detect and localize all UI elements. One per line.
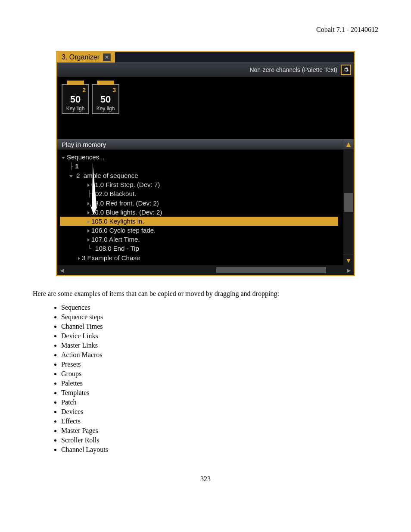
scroll-track[interactable]: [68, 267, 342, 273]
list-item: Channel Layouts: [61, 445, 378, 454]
close-icon[interactable]: ✕: [103, 53, 111, 61]
sequence-tree: Sequences... ├ 1 2 ample of sequence 01.…: [57, 150, 354, 265]
tree-label: 3 Example of Chase: [82, 254, 140, 261]
intro-paragraph: Here are some examples of items that can…: [33, 290, 378, 298]
list-item: Palettes: [61, 379, 378, 388]
channel-value: 50: [62, 93, 88, 106]
tree-label: 107.0 Alert Time.: [91, 236, 140, 243]
scroll-left-icon[interactable]: ◄: [58, 266, 66, 274]
tree-label: 01.0 First Step. (Dev: 7): [91, 181, 160, 188]
chevron-down-icon[interactable]: [62, 157, 65, 159]
chevron-right-icon[interactable]: [87, 202, 90, 205]
tree-branch-icon: ├: [69, 162, 73, 170]
view-mode-label: Non-zero channels (Palette Text): [249, 66, 337, 73]
tree-step[interactable]: 107.0 Alert Time.: [60, 235, 354, 244]
tree-label-pre: 10: [91, 208, 99, 216]
channel-cell[interactable]: 3 50 Key ligh: [92, 84, 119, 114]
tree-step[interactable]: ├ 02.0 Blackout.: [60, 189, 354, 199]
list-item: Device Links: [61, 331, 378, 341]
list-item: Channel Times: [61, 322, 378, 331]
list-item: Master Pages: [61, 426, 378, 436]
list-item: Patch: [61, 398, 378, 407]
channel-number: 3: [93, 87, 118, 93]
page-number: 323: [33, 475, 378, 483]
chevron-right-icon[interactable]: [78, 257, 80, 260]
channel-value: 50: [93, 93, 118, 106]
channel-label: Key ligh: [62, 106, 88, 112]
list-item: Presets: [61, 360, 378, 369]
tree-label: ample of sequence: [84, 172, 138, 179]
list-item: Scroller Rolls: [61, 436, 378, 445]
channel-label: Key ligh: [93, 106, 118, 112]
tree-branch-icon: └: [87, 245, 95, 252]
tree-label: 105.0 Keylights in.: [91, 218, 144, 225]
scroll-right-icon[interactable]: ►: [345, 266, 353, 274]
channel-grid: 2 50 Key ligh 3 50 Key ligh: [57, 77, 354, 139]
section-label: Play in memory: [62, 141, 106, 148]
chevron-down-icon[interactable]: [69, 175, 73, 177]
tree-step[interactable]: 106.0 Cyclo step fade.: [60, 226, 354, 235]
tree-step[interactable]: 01.0 First Step. (Dev: 7): [60, 180, 354, 189]
chevron-right-icon[interactable]: [87, 184, 90, 187]
list-item: Devices: [61, 407, 378, 417]
chevron-right-icon[interactable]: [87, 238, 90, 242]
tree-label: Sequences...: [67, 153, 105, 161]
gear-icon[interactable]: [341, 65, 351, 75]
tree-step[interactable]: 10.0 Blue lights. (Dev: 2): [60, 208, 354, 217]
vertical-scrollbar[interactable]: ▼: [343, 150, 354, 265]
list-item: Master Links: [61, 341, 378, 350]
tree-node-seq2[interactable]: 2 ample of sequence: [60, 171, 354, 180]
list-item: Effects: [61, 417, 378, 426]
tree-branch-icon: ├: [87, 190, 95, 198]
tree-step[interactable]: └ 108.0 End - Tip: [60, 244, 354, 253]
tree-label: 02.0 Blackout.: [95, 190, 136, 197]
tab-bar: 3. Organizer ✕: [57, 52, 354, 62]
scroll-up-icon[interactable]: ▲: [343, 140, 354, 149]
list-item: Templates: [61, 388, 378, 398]
chevron-right-icon[interactable]: [87, 211, 90, 215]
tree-label: 106.0 Cyclo step fade.: [91, 227, 156, 234]
tree-step[interactable]: 13.0 Red front. (Dev: 2): [60, 199, 354, 208]
tree-label: 1: [75, 162, 78, 170]
tree-node-seq3[interactable]: 3 Example of Chase: [60, 253, 354, 262]
tree-label: 108.0 End - Tip: [95, 245, 139, 252]
scroll-down-icon[interactable]: ▼: [343, 255, 354, 265]
channel-cell[interactable]: 2 50 Key ligh: [62, 84, 89, 114]
tree-step-selected[interactable]: 105.0 Keylights in.: [60, 217, 338, 226]
scroll-thumb[interactable]: [216, 267, 326, 273]
list-item: Sequence steps: [61, 312, 378, 322]
tree-label: 3.0 Red front. (Dev: 2): [95, 199, 159, 207]
list-item: Action Macros: [61, 350, 378, 360]
tree-label: 2: [76, 172, 80, 179]
horizontal-scrollbar[interactable]: ◄ ►: [57, 265, 354, 275]
tree-label: .0 Blue lights. (Dev: 2): [99, 208, 162, 216]
doc-header: Cobalt 7.1 - 20140612: [33, 26, 378, 34]
tree-node-seq1[interactable]: ├ 1: [60, 162, 354, 171]
tree-node-sequences[interactable]: Sequences...: [60, 152, 354, 162]
channel-number: 2: [62, 87, 88, 93]
chevron-right-icon[interactable]: [87, 220, 90, 224]
scroll-thumb[interactable]: [344, 193, 353, 212]
organizer-screenshot: 3. Organizer ✕ Non-zero channels (Palett…: [56, 51, 355, 276]
section-play-in-memory[interactable]: Play in memory ▲: [57, 139, 354, 150]
chevron-right-icon[interactable]: [87, 229, 90, 233]
tab-organizer[interactable]: 3. Organizer ✕: [57, 52, 115, 62]
tab-label: 3. Organizer: [62, 53, 100, 61]
draggable-items-list: Sequences Sequence steps Channel Times D…: [53, 303, 378, 454]
view-toolbar: Non-zero channels (Palette Text): [57, 62, 354, 77]
list-item: Groups: [61, 369, 378, 379]
list-item: Sequences: [61, 303, 378, 312]
